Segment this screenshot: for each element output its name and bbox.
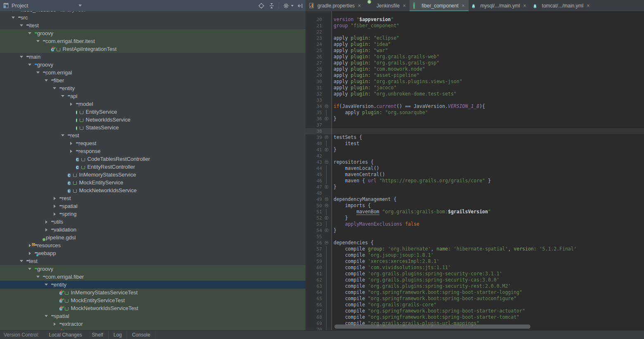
tab-mysql-main-yml[interactable]: Amysql/.../main.yml× <box>469 0 530 11</box>
code-line-63[interactable]: 63 compile 'org.grails.plugins:spring-se… <box>305 283 644 289</box>
tab-fiber-component[interactable]: fiber_component× <box>410 0 468 11</box>
code-line-48[interactable]: 48 <box>305 190 644 196</box>
chevron-expanded-icon[interactable] <box>35 40 41 42</box>
code-line-28[interactable]: 28apply plugin: "com.moowork.node" <box>305 66 644 72</box>
code-line-58[interactable]: 58 compile 'org.jsoup:jsoup:1.8.1' <box>305 252 644 258</box>
tree-row-entityrestcontroller[interactable]: CEntityRestController <box>0 163 305 171</box>
fold-marker-icon[interactable] <box>325 198 328 201</box>
code-line-50[interactable]: 50 imports { <box>305 203 644 209</box>
code-line-53[interactable]: 53 applyMavenExclusions false <box>305 221 644 227</box>
tree-row-rest[interactable]: rest <box>0 131 305 139</box>
code-line-46[interactable]: 46 maven { url "https://repo.grails.org/… <box>305 178 644 184</box>
tab-close-icon[interactable]: × <box>587 3 590 9</box>
tree-row-entityservice[interactable]: IEntityService <box>0 108 305 116</box>
tree-row-test[interactable]: test <box>0 257 305 265</box>
fold-marker-icon[interactable] <box>325 136 328 139</box>
fold-marker-icon[interactable] <box>325 160 328 164</box>
code-line-45[interactable]: 45 mavenCentral() <box>305 172 644 178</box>
statusbar-item-local-changes[interactable]: Local Changes <box>44 331 87 339</box>
fold-marker-icon[interactable] <box>325 241 328 244</box>
tree-row-request[interactable]: request <box>0 139 305 147</box>
tree-row-utils[interactable]: utils <box>0 218 305 226</box>
hide-panel-icon[interactable] <box>297 2 303 9</box>
code-line-43[interactable]: 43repositories { <box>305 159 644 165</box>
tree-row-statesservice[interactable]: IStatesService <box>0 124 305 131</box>
fold-marker-icon[interactable] <box>325 185 328 189</box>
tree-row-spatial[interactable]: spatial <box>0 202 305 210</box>
code-line-59[interactable]: 59 compile 'xerces:xercesImpl:2.8.1' <box>305 258 644 265</box>
code-line-44[interactable]: 44 mavenLocal() <box>305 165 644 172</box>
chevron-expanded-icon[interactable] <box>18 56 25 58</box>
chevron-expanded-icon[interactable] <box>18 24 25 26</box>
code-line-42[interactable]: 42 <box>305 153 644 159</box>
code-line-24[interactable]: 24apply plugin: "idea" <box>305 41 644 48</box>
chevron-expanded-icon[interactable] <box>35 276 41 278</box>
settings-gear-icon[interactable] <box>283 2 289 9</box>
code-line-39[interactable]: 39testSets { <box>305 134 644 141</box>
tree-row-entity[interactable]: entity <box>0 84 305 92</box>
tree-row-codetablesrestcontroller[interactable]: CCodeTablesRestController <box>0 155 305 163</box>
chevron-collapsed-icon[interactable] <box>51 205 58 208</box>
chevron-collapsed-icon[interactable] <box>51 212 58 216</box>
fold-marker-icon[interactable] <box>325 229 328 232</box>
code-line-51[interactable]: 51 mavenBom "org.grails:grails-bom:$grai… <box>305 209 644 215</box>
fold-marker-icon[interactable] <box>325 117 328 120</box>
tree-row-spring[interactable]: spring <box>0 210 305 218</box>
code-line-35[interactable]: 35 apply plugin: "org.sonarqube" <box>305 110 644 116</box>
code-line-34[interactable]: 34if(JavaVersion.current() == JavaVersio… <box>305 103 644 110</box>
tab-close-icon[interactable]: × <box>358 3 361 9</box>
code-line-21[interactable]: 21group "fiber_component" <box>305 23 644 29</box>
chevron-expanded-icon[interactable] <box>51 87 58 89</box>
chevron-expanded-icon[interactable] <box>59 95 66 97</box>
statusbar-item-shelf[interactable]: Shelf <box>87 331 108 339</box>
tree-row-entity[interactable]: entity <box>0 281 305 289</box>
tree-row-itest[interactable]: itest <box>0 21 305 29</box>
tree-row-main[interactable]: main <box>0 53 305 61</box>
code-line-49[interactable]: 49dependencyManagement { <box>305 196 644 203</box>
tree-row-mockentityservicetest[interactable]: CMockEntityServiceTest <box>0 296 305 304</box>
tree-row-rest[interactable]: rest <box>0 194 305 202</box>
code-line-27[interactable]: 27apply plugin: "org.grails.grails-gsp" <box>305 60 644 66</box>
chevron-expanded-icon[interactable] <box>43 284 50 286</box>
code-editor[interactable]: 20version "$appversion"21group "fiber_co… <box>305 11 644 331</box>
chevron-collapsed-icon[interactable] <box>43 228 50 232</box>
chevron-collapsed-icon[interactable] <box>10 11 17 12</box>
code-line-61[interactable]: 61 compile 'org.grails.plugins:spring-se… <box>305 271 644 277</box>
tree-row-webapp[interactable]: webapp <box>0 249 305 257</box>
tree-row-groovy[interactable]: groovy <box>0 265 305 273</box>
chevron-expanded-icon[interactable] <box>43 79 50 81</box>
chevron-expanded-icon[interactable] <box>43 315 50 317</box>
chevron-collapsed-icon[interactable] <box>51 197 58 200</box>
tree-row-pipeline-gdsl[interactable]: pipeline.gdsl <box>0 234 305 241</box>
code-line-33[interactable]: 33 <box>305 97 644 103</box>
tree-row-validation[interactable]: validation <box>0 226 305 234</box>
code-line-65[interactable]: 65 compile "org.springframework.boot:spr… <box>305 296 644 302</box>
collapse-all-icon[interactable] <box>268 2 275 9</box>
tree-row-spatial[interactable]: spatial <box>0 312 305 320</box>
fold-marker-icon[interactable] <box>325 148 328 151</box>
chevron-collapsed-icon[interactable] <box>68 142 74 145</box>
code-line-26[interactable]: 26apply plugin: "org.grails.grails-web" <box>305 54 644 60</box>
code-line-62[interactable]: 62 compile 'org.grails.plugins:spring-se… <box>305 277 644 283</box>
code-line-32[interactable]: 32apply plugin: "org.unbroken-dome.test-… <box>305 91 644 97</box>
chevron-collapsed-icon[interactable] <box>68 150 74 153</box>
code-line-22[interactable]: 22 <box>305 29 644 35</box>
tree-row-inmemorystatesservice[interactable]: CInMemoryStatesService <box>0 171 305 179</box>
tree-row-networkidsservice[interactable]: INetworkIdsService <box>0 116 305 124</box>
tab-close-icon[interactable]: × <box>403 3 406 9</box>
chevron-expanded-icon[interactable] <box>18 260 25 262</box>
tree-row-response[interactable]: response <box>0 147 305 155</box>
panel-title-caret-icon[interactable] <box>78 5 82 7</box>
statusbar-item-console[interactable]: Console <box>127 331 156 339</box>
code-line-23[interactable]: 23apply plugin: "eclipse" <box>305 35 644 41</box>
tree-row-restapiintegrationtest[interactable]: CRestApiIntegrationTest <box>0 45 305 53</box>
code-line-20[interactable]: 20version "$appversion" <box>305 17 644 23</box>
horizontal-scrollbar[interactable] <box>334 325 530 329</box>
chevron-expanded-icon[interactable] <box>26 32 33 34</box>
code-line-40[interactable]: 40 itest <box>305 141 644 147</box>
code-line-47[interactable]: 47} <box>305 184 644 190</box>
code-line-67[interactable]: 67 compile "org.springframework.boot:spr… <box>305 308 644 314</box>
code-line-29[interactable]: 29apply plugin: "asset-pipeline" <box>305 72 644 79</box>
code-line-56[interactable]: 56dependencies { <box>305 240 644 246</box>
tree-row-inmemorystatesservicetest[interactable]: CInMemoryStatesServiceTest <box>0 289 305 296</box>
